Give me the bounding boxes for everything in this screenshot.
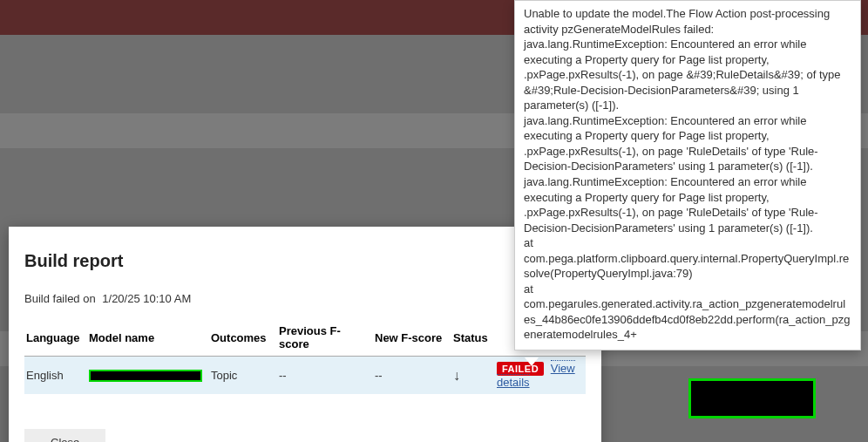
report-table: Language Model name Outcomes Previous F-… (24, 321, 586, 394)
cell-outcomes: Topic (209, 357, 277, 395)
cell-status: FAILED View details (495, 357, 586, 395)
cell-new-fscore: -- (373, 357, 451, 395)
build-status-prefix: Build failed on (24, 292, 96, 305)
build-report-modal: Build report Build failed on 1/20/25 10:… (9, 227, 601, 442)
col-header-new-fscore[interactable]: New F-score (373, 321, 451, 357)
build-status-line: Build failed on 1/20/25 10:10 AM (24, 292, 586, 305)
build-status-time: 1/20/25 10:10 AM (102, 292, 191, 305)
cell-sort-indicator: ↓ (451, 357, 495, 395)
sort-arrow-down-icon: ↓ (453, 368, 460, 383)
tooltip-pointer-icon (525, 357, 539, 366)
col-header-language[interactable]: Language (24, 321, 87, 357)
redacted-model-name (89, 370, 202, 382)
cell-previous-fscore: -- (277, 357, 373, 395)
modal-title: Build report (24, 251, 586, 271)
table-header-row: Language Model name Outcomes Previous F-… (24, 321, 586, 357)
error-tooltip: Unable to update the model.The Flow Acti… (514, 0, 861, 350)
redacted-block (688, 378, 816, 418)
cell-language: English (24, 357, 87, 395)
col-header-status[interactable]: Status (451, 321, 495, 357)
col-header-outcomes[interactable]: Outcomes (209, 321, 277, 357)
table-row: English Topic -- -- ↓ FAILED View detail… (24, 357, 586, 395)
cell-model-name (87, 357, 209, 395)
col-header-previous-fscore[interactable]: Previous F-score (277, 321, 373, 357)
col-header-model-name[interactable]: Model name (87, 321, 209, 357)
close-button[interactable]: Close (24, 429, 105, 442)
error-tooltip-text: Unable to update the model.The Flow Acti… (524, 6, 851, 343)
